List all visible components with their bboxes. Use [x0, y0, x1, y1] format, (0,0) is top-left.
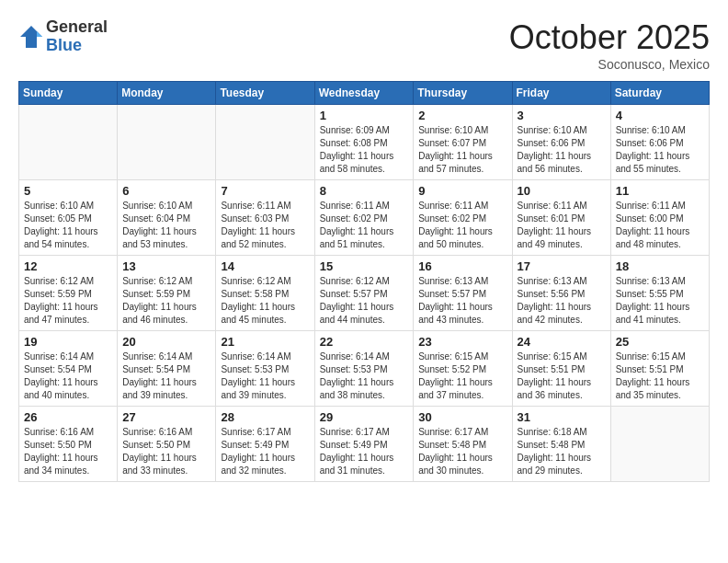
- calendar-cell: [118, 105, 216, 180]
- day-info: Sunrise: 6:10 AM Sunset: 6:07 PM Dayligh…: [418, 124, 506, 176]
- day-info: Sunrise: 6:14 AM Sunset: 5:53 PM Dayligh…: [221, 350, 309, 402]
- logo: General Blue: [18, 18, 108, 55]
- calendar-cell: 25Sunrise: 6:15 AM Sunset: 5:51 PM Dayli…: [610, 331, 709, 407]
- day-info: Sunrise: 6:11 AM Sunset: 6:02 PM Dayligh…: [320, 200, 409, 251]
- day-info: Sunrise: 6:11 AM Sunset: 6:03 PM Dayligh…: [221, 200, 309, 251]
- logo-text: General Blue: [46, 18, 108, 55]
- day-info: Sunrise: 6:11 AM Sunset: 6:00 PM Dayligh…: [616, 200, 704, 251]
- day-number: 5: [24, 184, 112, 198]
- calendar-cell: 23Sunrise: 6:15 AM Sunset: 5:52 PM Dayli…: [414, 331, 512, 407]
- day-number: 8: [320, 184, 409, 198]
- page: General Blue October 2025 Soconusco, Mex…: [0, 0, 728, 563]
- day-number: 3: [518, 109, 606, 122]
- month-title: October 2025: [509, 18, 710, 57]
- calendar-cell: 30Sunrise: 6:17 AM Sunset: 5:48 PM Dayli…: [414, 407, 512, 482]
- calendar-cell: 5Sunrise: 6:10 AM Sunset: 6:05 PM Daylig…: [19, 180, 118, 256]
- logo-icon: [18, 24, 44, 50]
- day-info: Sunrise: 6:13 AM Sunset: 5:55 PM Dayligh…: [616, 275, 704, 327]
- day-number: 19: [24, 335, 112, 349]
- weekday-header-tuesday: Tuesday: [216, 82, 314, 105]
- day-number: 30: [418, 410, 506, 424]
- calendar-week-row: 26Sunrise: 6:16 AM Sunset: 5:50 PM Dayli…: [19, 407, 710, 482]
- day-info: Sunrise: 6:14 AM Sunset: 5:54 PM Dayligh…: [122, 350, 210, 402]
- calendar-cell: 18Sunrise: 6:13 AM Sunset: 5:55 PM Dayli…: [610, 256, 709, 331]
- day-number: 23: [418, 335, 506, 349]
- day-info: Sunrise: 6:12 AM Sunset: 5:59 PM Dayligh…: [122, 275, 210, 327]
- header: General Blue October 2025 Soconusco, Mex…: [18, 18, 710, 72]
- calendar-cell: 28Sunrise: 6:17 AM Sunset: 5:49 PM Dayli…: [216, 407, 314, 482]
- day-info: Sunrise: 6:10 AM Sunset: 6:06 PM Dayligh…: [518, 124, 606, 176]
- day-number: 15: [320, 259, 409, 273]
- day-info: Sunrise: 6:11 AM Sunset: 6:01 PM Dayligh…: [518, 200, 606, 251]
- calendar-cell: 3Sunrise: 6:10 AM Sunset: 6:06 PM Daylig…: [512, 105, 610, 180]
- location: Soconusco, Mexico: [509, 57, 710, 72]
- day-number: 26: [24, 410, 112, 424]
- day-number: 2: [418, 109, 506, 122]
- day-number: 10: [518, 184, 606, 198]
- day-info: Sunrise: 6:14 AM Sunset: 5:54 PM Dayligh…: [24, 350, 112, 402]
- day-number: 12: [24, 259, 112, 273]
- calendar-cell: 2Sunrise: 6:10 AM Sunset: 6:07 PM Daylig…: [414, 105, 512, 180]
- day-info: Sunrise: 6:13 AM Sunset: 5:56 PM Dayligh…: [518, 275, 606, 327]
- calendar-cell: 24Sunrise: 6:15 AM Sunset: 5:51 PM Dayli…: [512, 331, 610, 407]
- weekday-header-row: SundayMondayTuesdayWednesdayThursdayFrid…: [19, 82, 710, 105]
- calendar-cell: 29Sunrise: 6:17 AM Sunset: 5:49 PM Dayli…: [314, 407, 414, 482]
- calendar-cell: [610, 407, 709, 482]
- calendar-cell: 6Sunrise: 6:10 AM Sunset: 6:04 PM Daylig…: [118, 180, 216, 256]
- day-number: 7: [221, 184, 309, 198]
- day-info: Sunrise: 6:17 AM Sunset: 5:49 PM Dayligh…: [221, 426, 309, 477]
- day-info: Sunrise: 6:13 AM Sunset: 5:57 PM Dayligh…: [418, 275, 506, 327]
- calendar-cell: 12Sunrise: 6:12 AM Sunset: 5:59 PM Dayli…: [19, 256, 118, 331]
- day-info: Sunrise: 6:14 AM Sunset: 5:53 PM Dayligh…: [320, 350, 409, 402]
- day-number: 1: [320, 109, 409, 122]
- calendar: SundayMondayTuesdayWednesdayThursdayFrid…: [18, 81, 710, 482]
- day-info: Sunrise: 6:10 AM Sunset: 6:04 PM Dayligh…: [122, 200, 210, 251]
- calendar-cell: 20Sunrise: 6:14 AM Sunset: 5:54 PM Dayli…: [118, 331, 216, 407]
- day-number: 13: [122, 259, 210, 273]
- day-number: 28: [221, 410, 309, 424]
- calendar-cell: 1Sunrise: 6:09 AM Sunset: 6:08 PM Daylig…: [314, 105, 414, 180]
- day-info: Sunrise: 6:10 AM Sunset: 6:06 PM Dayligh…: [616, 124, 704, 176]
- day-number: 20: [122, 335, 210, 349]
- calendar-cell: 22Sunrise: 6:14 AM Sunset: 5:53 PM Dayli…: [314, 331, 414, 407]
- calendar-cell: 21Sunrise: 6:14 AM Sunset: 5:53 PM Dayli…: [216, 331, 314, 407]
- weekday-header-sunday: Sunday: [19, 82, 118, 105]
- calendar-cell: [19, 105, 118, 180]
- calendar-week-row: 19Sunrise: 6:14 AM Sunset: 5:54 PM Dayli…: [19, 331, 710, 407]
- title-block: October 2025 Soconusco, Mexico: [509, 18, 710, 72]
- calendar-cell: 14Sunrise: 6:12 AM Sunset: 5:58 PM Dayli…: [216, 256, 314, 331]
- day-info: Sunrise: 6:15 AM Sunset: 5:52 PM Dayligh…: [418, 350, 506, 402]
- day-info: Sunrise: 6:15 AM Sunset: 5:51 PM Dayligh…: [518, 350, 606, 402]
- calendar-cell: 9Sunrise: 6:11 AM Sunset: 6:02 PM Daylig…: [414, 180, 512, 256]
- weekday-header-monday: Monday: [118, 82, 216, 105]
- day-number: 21: [221, 335, 309, 349]
- day-number: 17: [518, 259, 606, 273]
- day-number: 18: [616, 259, 704, 273]
- day-info: Sunrise: 6:11 AM Sunset: 6:02 PM Dayligh…: [418, 200, 506, 251]
- weekday-header-saturday: Saturday: [610, 82, 709, 105]
- calendar-cell: 27Sunrise: 6:16 AM Sunset: 5:50 PM Dayli…: [118, 407, 216, 482]
- day-number: 31: [518, 410, 606, 424]
- calendar-cell: 26Sunrise: 6:16 AM Sunset: 5:50 PM Dayli…: [19, 407, 118, 482]
- day-number: 6: [122, 184, 210, 198]
- day-number: 25: [616, 335, 704, 349]
- day-number: 9: [418, 184, 506, 198]
- calendar-week-row: 12Sunrise: 6:12 AM Sunset: 5:59 PM Dayli…: [19, 256, 710, 331]
- day-number: 22: [320, 335, 409, 349]
- day-info: Sunrise: 6:16 AM Sunset: 5:50 PM Dayligh…: [122, 426, 210, 477]
- calendar-cell: 16Sunrise: 6:13 AM Sunset: 5:57 PM Dayli…: [414, 256, 512, 331]
- day-number: 16: [418, 259, 506, 273]
- day-info: Sunrise: 6:15 AM Sunset: 5:51 PM Dayligh…: [616, 350, 704, 402]
- logo-general-text: General: [46, 18, 108, 37]
- day-info: Sunrise: 6:12 AM Sunset: 5:58 PM Dayligh…: [221, 275, 309, 327]
- day-number: 29: [320, 410, 409, 424]
- calendar-cell: 11Sunrise: 6:11 AM Sunset: 6:00 PM Dayli…: [610, 180, 709, 256]
- logo-blue-text: Blue: [46, 37, 108, 55]
- day-info: Sunrise: 6:17 AM Sunset: 5:49 PM Dayligh…: [320, 426, 409, 477]
- calendar-cell: 10Sunrise: 6:11 AM Sunset: 6:01 PM Dayli…: [512, 180, 610, 256]
- calendar-cell: 8Sunrise: 6:11 AM Sunset: 6:02 PM Daylig…: [314, 180, 414, 256]
- calendar-cell: 4Sunrise: 6:10 AM Sunset: 6:06 PM Daylig…: [610, 105, 709, 180]
- weekday-header-friday: Friday: [512, 82, 610, 105]
- weekday-header-wednesday: Wednesday: [314, 82, 414, 105]
- calendar-cell: 13Sunrise: 6:12 AM Sunset: 5:59 PM Dayli…: [118, 256, 216, 331]
